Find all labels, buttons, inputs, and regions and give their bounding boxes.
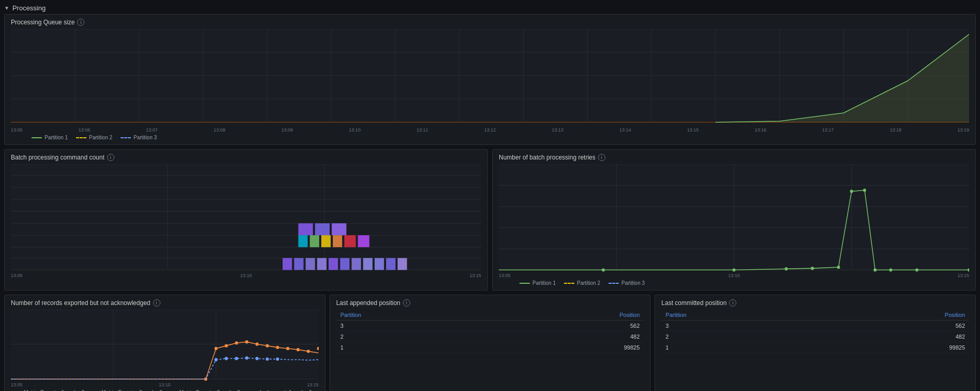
- svg-point-108: [266, 344, 269, 347]
- last-committed-title: Last committed position i: [661, 299, 969, 307]
- svg-rect-39: [299, 223, 313, 235]
- svg-point-120: [276, 357, 279, 360]
- last-appended-position-1: 562: [492, 321, 644, 331]
- batch-retries-panel: Number of batch processing retries i: [492, 149, 976, 291]
- batch-command-chart-svg: +Inf 128.0 64.0 32.0 16.0 8.0 4.0 2.0 1.…: [11, 164, 481, 278]
- legend-line-p1: [32, 137, 42, 138]
- svg-rect-52: [329, 258, 338, 270]
- batch-command-count-info-icon[interactable]: i: [107, 154, 114, 161]
- last-appended-row-1: 3 562: [336, 321, 644, 331]
- last-committed-partition-1: 3: [661, 321, 817, 331]
- svg-point-104: [225, 344, 228, 347]
- records-exported-panel: Number of records exported but not ackno…: [4, 295, 325, 391]
- svg-rect-56: [375, 258, 384, 270]
- queue-legend-partition2: Partition 2: [76, 135, 112, 140]
- last-appended-partition-3: 1: [336, 342, 492, 353]
- batch-retries-x-labels: 13:05 13:10 13:15: [499, 273, 969, 278]
- svg-rect-46: [344, 235, 355, 247]
- svg-point-111: [296, 348, 300, 351]
- last-appended-position-header: Position: [492, 310, 644, 321]
- section-title: Processing: [12, 4, 46, 12]
- last-committed-partition-3: 1: [661, 342, 817, 353]
- svg-rect-51: [317, 258, 326, 270]
- svg-point-81: [784, 267, 788, 270]
- records-exported-title: Number of records exported but not ackno…: [11, 299, 319, 307]
- records-exported-info-icon[interactable]: i: [153, 299, 160, 307]
- svg-rect-50: [306, 258, 315, 270]
- svg-point-105: [235, 341, 238, 344]
- svg-rect-54: [352, 258, 361, 270]
- records-exported-x-labels: 13:05 13:10 13:15: [11, 382, 319, 387]
- last-committed-partition-2: 2: [661, 331, 817, 342]
- last-committed-position-header: Position: [817, 310, 969, 321]
- svg-point-119: [266, 357, 269, 360]
- queue-legend-partition3: Partition 3: [121, 135, 157, 140]
- svg-rect-45: [333, 235, 342, 247]
- last-committed-row-2: 2 482: [661, 331, 969, 342]
- last-committed-position-3: 99825: [817, 342, 969, 353]
- svg-rect-55: [363, 258, 373, 270]
- last-committed-row-1: 3 562: [661, 321, 969, 331]
- svg-rect-49: [294, 258, 303, 270]
- last-committed-position-1: 562: [817, 321, 969, 331]
- last-appended-row-2: 2 482: [336, 331, 644, 342]
- last-appended-table: Partition Position 3 562 2 482 1: [336, 310, 644, 353]
- processing-queue-info-icon[interactable]: i: [77, 19, 84, 26]
- batch-retries-chart-svg: 0.01 0.008 0.006 0.004 0.002 0: [499, 164, 969, 278]
- batch-command-count-title: Batch processing command count i: [11, 154, 481, 161]
- last-appended-partition-1: 3: [336, 321, 492, 331]
- retries-legend-partition1: Partition 1: [519, 280, 556, 286]
- queue-chart-svg: 100 K 75 K 50 K 25 K 0: [11, 29, 969, 133]
- batch-retries-title: Number of batch processing retries i: [499, 154, 969, 161]
- last-appended-position-3: 99825: [492, 342, 644, 353]
- svg-rect-48: [283, 258, 292, 270]
- legend-line-rp1: [519, 283, 530, 284]
- svg-rect-96: [11, 310, 319, 379]
- queue-x-labels: 13:05 13:06 13:07 13:08 13:09 13:10 13:1…: [11, 127, 969, 133]
- svg-point-118: [256, 357, 259, 360]
- svg-point-86: [873, 268, 877, 271]
- chevron-icon: ▼: [4, 5, 9, 11]
- svg-rect-26: [11, 164, 481, 270]
- svg-point-82: [811, 267, 814, 270]
- last-committed-row-3: 1 99825: [661, 342, 969, 353]
- last-committed-position-2: 482: [817, 331, 969, 342]
- batch-command-count-panel: Batch processing command count i: [4, 149, 488, 291]
- legend-dash-rp2: [564, 283, 574, 284]
- last-committed-panel: Last committed position i Partition Posi…: [655, 295, 976, 391]
- svg-point-79: [602, 268, 605, 271]
- legend-dash-rp3: [608, 283, 619, 284]
- last-committed-info-icon[interactable]: i: [729, 299, 736, 307]
- batch-retries-info-icon[interactable]: i: [598, 154, 605, 161]
- svg-point-117: [245, 356, 248, 359]
- svg-rect-58: [397, 258, 407, 270]
- svg-rect-43: [310, 235, 319, 247]
- last-appended-position-2: 482: [492, 331, 644, 342]
- last-appended-info-icon[interactable]: i: [403, 299, 410, 307]
- legend-dash-p3: [121, 137, 131, 138]
- svg-point-87: [889, 268, 892, 271]
- last-appended-row-3: 1 99825: [336, 342, 644, 353]
- svg-rect-42: [299, 235, 308, 247]
- processing-queue-size-title: Processing Queue size i: [11, 19, 969, 26]
- svg-point-107: [256, 342, 259, 345]
- svg-point-106: [245, 340, 248, 343]
- svg-point-110: [286, 347, 289, 350]
- svg-point-80: [732, 268, 735, 271]
- svg-point-88: [915, 268, 918, 271]
- svg-point-116: [235, 357, 238, 360]
- last-appended-panel: Last appended position i Partition Posit…: [330, 295, 651, 391]
- last-committed-table: Partition Position 3 562 2 482 1: [661, 310, 969, 353]
- queue-legend: Partition 1 Partition 2 Partition 3: [11, 135, 969, 140]
- svg-rect-47: [358, 235, 369, 247]
- legend-dash-p2: [76, 137, 86, 138]
- retries-legend-partition2: Partition 2: [564, 280, 600, 286]
- last-committed-partition-header: Partition: [661, 310, 817, 321]
- processing-queue-size-panel: Processing Queue size i: [4, 14, 976, 145]
- last-appended-title: Last appended position i: [336, 299, 644, 307]
- batch-retries-legend: Partition 1 Partition 2 Partition 3: [499, 280, 969, 286]
- svg-point-103: [214, 347, 217, 350]
- svg-rect-57: [386, 258, 395, 270]
- svg-rect-53: [340, 258, 349, 270]
- last-appended-partition-2: 2: [336, 331, 492, 342]
